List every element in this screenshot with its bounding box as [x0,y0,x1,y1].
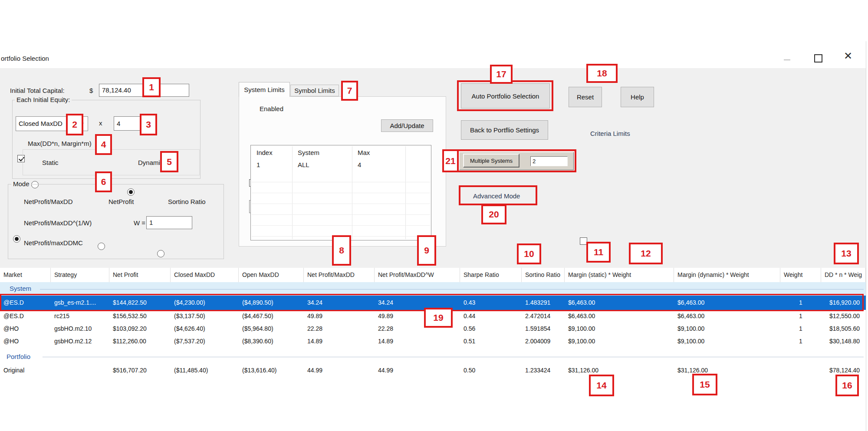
netprofit-radio[interactable] [98,243,105,250]
column-header[interactable]: Weight [780,268,821,282]
annotation-box-13: 13 [834,243,859,264]
annotation-box-12: 12 [629,243,663,264]
cell: Original [0,364,51,377]
help-button[interactable]: Help [621,87,654,107]
cell: $12,550.00 [821,310,866,322]
column-header[interactable]: Market [0,268,51,282]
column-header[interactable]: DD * n * Weig [821,268,866,282]
annotation-box-10: 10 [517,243,541,264]
cell: ($4,230.00) [171,296,239,310]
cell: gsbHO.m2.10 [51,322,109,335]
tab-symbol-limits[interactable]: Symbol Limits [290,85,339,96]
cell: ($13,616.40) [239,364,304,377]
limits-col-index: Index [256,149,273,156]
cell: $156,532.50 [109,310,171,322]
cell: 1.483291 [522,296,565,310]
cell: $103,092.20 [109,322,171,335]
initial-capital-label: Initial Total Capital: [10,87,65,94]
system-group-label: System [10,285,31,292]
cell: $9,100.00 [565,322,674,335]
limits-col-max: Max [358,149,370,156]
column-header[interactable]: Strategy [51,268,109,282]
add-update-button[interactable]: Add/Update [381,119,433,132]
annotation-box-6: 6 [95,171,112,192]
times-label: x [99,119,102,127]
column-header[interactable]: Sortino Ratio [522,268,565,282]
column-header[interactable]: Margin (dynamic) * Weight [674,268,780,282]
cell: 14.89 [375,335,460,348]
limits-col-system: System [298,149,319,156]
maximize-icon[interactable] [814,54,822,63]
advanced-mode-label: Advanced Mode [473,192,520,200]
window-right-edge [866,41,866,431]
sortino-ratio-radio[interactable] [157,250,164,257]
cell: $30,148.80 [821,335,866,348]
limits-row-max: 4 [358,161,361,168]
cell: $9,100.00 [565,335,674,348]
w-value-input[interactable]: 1 [146,216,192,229]
annotation-box-7: 7 [341,81,358,101]
column-header[interactable]: Sharpe Ratio [460,268,522,282]
cell: $6,463.00 [565,296,674,310]
table-row[interactable]: Original$516,707.20($11,485.40)($13,616.… [0,364,866,377]
column-header[interactable]: Net Profit [109,268,171,282]
netprofit-maxdd-w-label: NetProfit/MaxDD^(1/W) [24,219,92,227]
column-header[interactable]: Margin (static) * Weight [565,268,674,282]
netprofit-maxdd-radio[interactable] [13,235,20,243]
portfolio-group-label: Portfolio [7,353,30,360]
tab-system-limits[interactable]: System Limits [239,82,290,97]
annotation-box-3: 3 [140,114,157,135]
column-header[interactable]: Net Profit/MaxDD^W [375,268,460,282]
cell: 49.89 [304,310,375,322]
cell: 2.472014 [522,310,565,322]
multiple-systems-input[interactable]: 2 [530,156,568,166]
cell: 1 [780,322,821,335]
portfolio-rows: Original$516,707.20($11,485.40)($13,616.… [0,364,866,377]
cell: $6,463.00 [674,310,780,322]
column-header[interactable]: Open MaxDD [239,268,304,282]
column-header[interactable]: Closed MaxDD [171,268,239,282]
annotation-box-14: 14 [589,375,614,396]
back-to-portfolio-settings-button[interactable]: Back to Portflio Settings [461,120,548,140]
cell: ($8,390.60) [239,335,304,348]
cell: 0.51 [460,335,522,348]
multiple-systems-button[interactable]: Multiple Systems [463,154,519,168]
enabled-label: Enabled [260,105,283,112]
multiplier-input[interactable]: 4 [114,116,142,131]
cell: 1 [780,310,821,322]
cell: $112,260.00 [109,335,171,348]
reset-button[interactable]: Reset [569,87,602,107]
cell: ($11,485.40) [171,364,239,377]
cell: $9,100.00 [674,335,780,348]
annotation-box-8: 8 [332,235,351,266]
annotation-box-11: 11 [586,242,611,263]
limits-row-system: ALL [298,161,309,168]
cell: $6,463.00 [565,310,674,322]
annotation-box-15: 15 [692,374,717,395]
cell: @ES.D [0,310,51,322]
annotation-box-9: 9 [417,235,436,266]
currency-label: $ [89,87,93,94]
cell [51,364,109,377]
cell: @ES.D [0,296,51,310]
auto-portfolio-selection-button[interactable]: Auto Portfolio Selection [461,83,550,109]
table-row[interactable]: @HOgsbHO.m2.12$112,260.00($7,537.20)($8,… [0,335,866,348]
w-equals-label: W = [134,219,145,227]
annotation-box-18: 18 [586,64,618,83]
system-group-rule [40,289,864,290]
limits-listview[interactable]: Index System Max 1 ALL 4 [250,145,431,240]
annotation-box-19: 19 [424,308,453,328]
max-dd-margin-label: Max(DD*n, Margin*m) [28,140,92,147]
cell: 22.28 [304,322,375,335]
portfolio-selection-window: ortfolio Selection ✕ Initial Total Capit… [0,0,868,431]
cell: ($4,626.40) [171,322,239,335]
annotation-box-16: 16 [835,375,859,396]
column-header[interactable]: Net Profit/MaxDD [304,268,375,282]
window-title: ortfolio Selection [1,55,49,62]
equity-group-label: Each Initial Equity: [15,96,72,103]
netprofit-maxddmc-label: NetProfit/maxDDMC [24,239,83,247]
annotation-box-1: 1 [142,77,161,97]
minimize-icon[interactable] [784,59,790,60]
close-icon[interactable]: ✕ [844,51,852,61]
listview-gridlines [252,171,430,240]
